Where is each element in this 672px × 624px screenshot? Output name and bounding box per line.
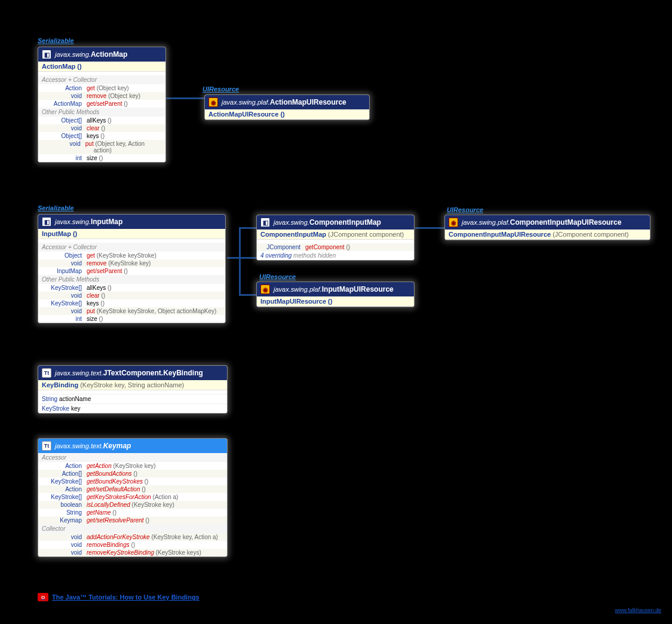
- method-row: intsize (): [38, 315, 225, 323]
- text-class-icon: Tt: [42, 441, 51, 451]
- class-box-inputmap: ◧ javax.swing.InputMap InputMap () Acces…: [38, 214, 226, 323]
- class-box-componentinputmap-ui: ◉ javax.swing.plaf.ComponentInputMapUIRe…: [444, 215, 650, 240]
- constructor: InputMap (): [38, 229, 225, 239]
- connector: [415, 227, 445, 229]
- method-row: voidput (KeyStroke keyStroke, Object act…: [38, 307, 225, 315]
- method-row: ActionMapget/setParent (): [38, 100, 165, 108]
- connector: [239, 227, 241, 296]
- method-row: ActiongetAction (KeyStroke key): [38, 462, 227, 470]
- class-icon: ◧: [42, 217, 51, 227]
- method-row: Actionget (Object key): [38, 84, 165, 92]
- method-row: KeyStroke[]keys (): [38, 299, 225, 307]
- method-row: KeyStroke[]getKeyStrokesForAction (Actio…: [38, 493, 227, 501]
- method-row: booleanisLocallyDefined (KeyStroke key): [38, 501, 227, 509]
- serializable-label: Serializable: [38, 37, 74, 44]
- constructor: KeyBinding (KeyStroke key, String action…: [38, 380, 227, 390]
- method-row: Keymapget/setResolveParent (): [38, 516, 227, 524]
- method-row: InputMapget/setParent (): [38, 267, 225, 275]
- method-row: Object[]keys (): [38, 132, 165, 140]
- final-class-icon: ◉: [449, 218, 458, 227]
- uiresource-label: UIResource: [202, 85, 239, 93]
- method-row: voidremoveKeyStrokeBinding (KeyStroke ke…: [38, 549, 227, 556]
- method-row: Action[]getBoundActions (): [38, 470, 227, 478]
- oracle-icon: O: [38, 593, 48, 601]
- field-row: String actionName: [38, 394, 227, 403]
- group-label: Accessor: [38, 453, 227, 462]
- class-header: ◧ javax.swing.InputMap: [38, 215, 225, 229]
- method-row: voidremoveBindings (): [38, 541, 227, 549]
- final-class-icon: ◉: [208, 97, 218, 107]
- class-box-inputmap-ui: ◉ javax.swing.plaf.InputMapUIResource In…: [256, 282, 415, 307]
- group-label: Accessor + Collector: [38, 75, 165, 84]
- class-header: ◧ javax.swing.ActionMap: [38, 47, 165, 62]
- serializable-label-2: Serializable: [38, 204, 74, 212]
- class-header: ◧ javax.swing.ComponentInputMap: [257, 215, 414, 230]
- method-row: Objectget (KeyStroke keyStroke): [38, 252, 225, 259]
- class-box-keymap: Tt javax.swing.text.Keymap Accessor Acti…: [38, 438, 228, 557]
- group-label: Accessor + Collector: [38, 243, 225, 252]
- method-row: voidput (Object key, Action action): [38, 140, 165, 154]
- group-label: Other Public Methods: [38, 275, 225, 284]
- constructor: ComponentInputMap (JComponent component): [257, 230, 414, 240]
- method-row: KeyStroke[]getBoundKeyStrokes (): [38, 478, 227, 485]
- method-row: voidaddActionForKeyStroke (KeyStroke key…: [38, 533, 227, 541]
- hidden-methods-note: 4 overriding 4 overriding methods hidden…: [257, 251, 414, 260]
- class-header: ◉ javax.swing.plaf.ComponentInputMapUIRe…: [445, 215, 650, 230]
- tutorial-link[interactable]: O The Java™ Tutorials: How to Use Key Bi…: [38, 593, 200, 601]
- method-row: StringgetName (): [38, 509, 227, 516]
- class-box-actionmap-ui: ◉ javax.swing.plaf.ActionMapUIResource A…: [204, 94, 370, 120]
- class-box-keybinding: Tt javax.swing.text.JTextComponent.KeyBi…: [38, 365, 228, 414]
- field-row: KeyStroke key: [38, 403, 227, 413]
- method-row: voidclear (): [38, 124, 165, 132]
- method-row: intsize (): [38, 154, 165, 162]
- class-icon: ◧: [260, 218, 270, 227]
- class-header: Tt javax.swing.text.JTextComponent.KeyBi…: [38, 366, 227, 380]
- method-row: voidremove (Object key): [38, 92, 165, 100]
- connector: [239, 294, 257, 296]
- method-row: voidremove (KeyStroke key): [38, 259, 225, 267]
- constructor: ComponentInputMapUIResource (JComponent …: [445, 230, 650, 240]
- group-label: Collector: [38, 524, 227, 533]
- site-link[interactable]: www.falkhausen.de: [615, 607, 661, 613]
- connector: [227, 257, 257, 259]
- method-row: Object[]allKeys (): [38, 117, 165, 124]
- group-label: Other Public Methods: [38, 108, 165, 117]
- connector: [166, 97, 208, 99]
- constructor: ActionMapUIResource (): [205, 109, 369, 120]
- diagram-canvas: Serializable UIResource Serializable UIR…: [0, 0, 672, 624]
- interface-header: Tt javax.swing.text.Keymap: [38, 439, 227, 453]
- uiresource-label-2: UIResource: [447, 206, 483, 213]
- class-header: ◉ javax.swing.plaf.ActionMapUIResource: [205, 95, 369, 109]
- final-class-icon: ◉: [260, 285, 270, 294]
- method-row: KeyStroke[]allKeys (): [38, 284, 225, 292]
- class-header: ◉ javax.swing.plaf.InputMapUIResource: [257, 282, 414, 296]
- connector: [239, 227, 257, 229]
- method-row: JComponentgetComponent (): [257, 243, 414, 251]
- method-row: voidclear (): [38, 292, 225, 299]
- constructor: InputMapUIResource (): [257, 296, 414, 307]
- method-row: Actionget/setDefaultAction (): [38, 485, 227, 493]
- class-icon: ◧: [42, 50, 51, 59]
- class-box-actionmap: ◧ javax.swing.ActionMap ActionMap () Acc…: [38, 47, 166, 163]
- text-class-icon: Tt: [42, 368, 51, 378]
- uiresource-label-3: UIResource: [259, 273, 296, 280]
- class-box-componentinputmap: ◧ javax.swing.ComponentInputMap Componen…: [256, 215, 415, 261]
- constructor: ActionMap (): [38, 62, 165, 72]
